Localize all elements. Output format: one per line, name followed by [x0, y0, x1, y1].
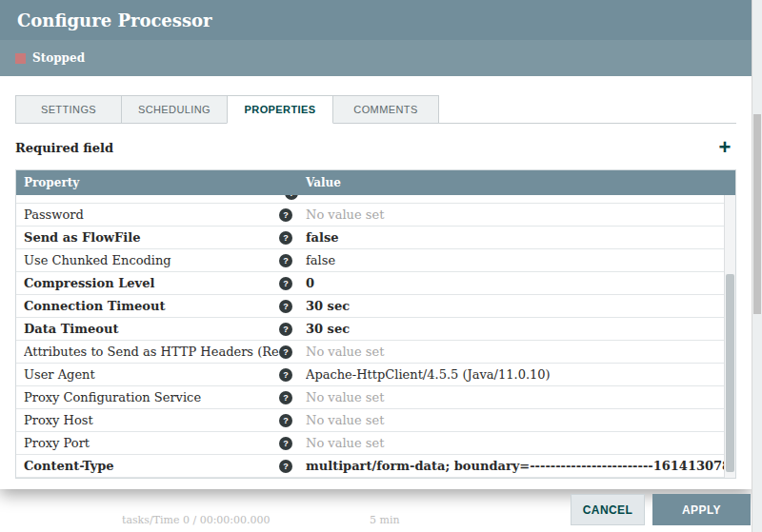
property-value[interactable]: 30 sec — [306, 299, 735, 313]
help-icon[interactable]: ? — [279, 345, 292, 359]
property-name: Attributes to Send as HTTP Headers (Rege… — [24, 345, 279, 359]
tab-scheduling[interactable]: SCHEDULING — [121, 95, 228, 123]
page: tasks/Time 0 / 00:00:00.000 5 min Config… — [0, 0, 762, 532]
property-value[interactable]: false — [306, 230, 735, 245]
help-icon[interactable]: ? — [279, 254, 292, 267]
dialog-title: Configure Processor — [17, 10, 212, 30]
table-row: Send as FlowFile?false — [16, 227, 735, 249]
property-name: Data Timeout — [24, 322, 279, 336]
background-range-text: 5 min — [370, 514, 400, 526]
table-row: Proxy Port?No value set — [16, 432, 735, 455]
help-icon[interactable]: ? — [279, 231, 292, 245]
property-name: Proxy Configuration Service — [24, 390, 279, 404]
table-row: Content-Type?multipart/form-data; bounda… — [16, 455, 735, 478]
table-row: Compression Level?0 — [16, 272, 735, 295]
tab-comments[interactable]: COMMENTS — [332, 95, 439, 123]
property-value[interactable]: No value set — [306, 436, 735, 450]
help-icon[interactable]: ? — [279, 277, 292, 290]
property-value[interactable]: 30 sec — [306, 322, 735, 336]
table-row: Proxy Host?No value set — [16, 409, 735, 432]
property-value[interactable]: false — [306, 253, 735, 267]
property-value[interactable]: 0 — [306, 276, 735, 290]
table-scrollbar-thumb[interactable] — [726, 274, 734, 472]
help-icon[interactable]: ? — [279, 391, 292, 404]
table-row: Data Timeout?30 sec — [16, 318, 735, 341]
column-header-value: Value — [306, 176, 735, 189]
table-row: Use Chunked Encoding?false — [16, 249, 735, 272]
property-name: Proxy Host — [24, 413, 279, 427]
property-name: Send as FlowFile — [24, 230, 279, 245]
help-icon[interactable]: ? — [279, 368, 292, 382]
help-icon[interactable]: ? — [279, 208, 292, 222]
table-scrollbar[interactable] — [724, 195, 735, 478]
property-value[interactable]: No value set — [306, 390, 735, 404]
table-row: Attributes to Send as HTTP Headers (Rege… — [16, 341, 735, 364]
add-property-icon[interactable]: + — [713, 136, 736, 159]
table-row: User Agent?Apache-HttpClient/4.5.5 (Java… — [16, 364, 735, 386]
tab-bar: SETTINGS SCHEDULING PROPERTIES COMMENTS — [15, 95, 736, 124]
help-icon[interactable]: ? — [279, 323, 292, 336]
tab-properties[interactable]: PROPERTIES — [227, 95, 333, 124]
property-value[interactable]: No value set — [306, 207, 735, 222]
property-table: Property Value ? Password?No value setSe… — [15, 169, 736, 479]
property-name: User Agent — [24, 367, 279, 382]
required-field-label: Required field — [15, 141, 113, 155]
help-icon[interactable]: ? — [285, 195, 298, 200]
property-value[interactable]: No value set — [306, 345, 735, 359]
help-icon[interactable]: ? — [279, 300, 292, 313]
property-name: Proxy Port — [24, 436, 279, 450]
table-row: Connection Timeout?30 sec — [16, 295, 735, 318]
status-label: Stopped — [32, 51, 85, 65]
property-name: Connection Timeout — [24, 299, 279, 313]
table-row: Password?No value set — [16, 204, 735, 227]
background-stats-text: tasks/Time 0 / 00:00:00.000 — [122, 514, 271, 526]
configure-processor-dialog: Configure Processor Stopped SETTINGS SCH… — [0, 0, 752, 489]
property-value[interactable]: No value set — [306, 413, 735, 427]
property-name: Content-Type — [24, 459, 279, 473]
apply-button[interactable]: APPLY — [652, 494, 751, 525]
help-icon[interactable]: ? — [279, 460, 292, 473]
processor-status-bar: Stopped — [0, 40, 752, 76]
required-field-row: Required field + — [15, 137, 736, 158]
property-name: Compression Level — [24, 276, 279, 290]
stopped-status-icon — [15, 53, 26, 64]
page-scrollbar-thumb[interactable] — [753, 114, 761, 314]
help-icon[interactable]: ? — [279, 414, 292, 427]
property-table-header: Property Value — [16, 170, 735, 195]
property-table-body: ? Password?No value setSend as FlowFile?… — [16, 195, 735, 478]
property-name: Password — [24, 207, 279, 222]
tab-settings[interactable]: SETTINGS — [15, 95, 122, 123]
property-value[interactable]: Apache-HttpClient/4.5.5 (Java/11.0.10) — [306, 367, 735, 382]
property-name: Use Chunked Encoding — [24, 253, 279, 267]
property-value[interactable]: multipart/form-data; boundary=----------… — [306, 459, 735, 473]
table-row-partial: ? — [16, 195, 735, 204]
dialog-header: Configure Processor — [0, 0, 752, 40]
help-icon[interactable]: ? — [279, 437, 292, 450]
table-row: Proxy Configuration Service?No value set — [16, 386, 735, 409]
dialog-content: SETTINGS SCHEDULING PROPERTIES COMMENTS … — [0, 95, 752, 479]
cancel-button[interactable]: CANCEL — [571, 494, 645, 525]
column-header-property: Property — [24, 176, 306, 189]
page-scrollbar[interactable] — [752, 0, 762, 532]
